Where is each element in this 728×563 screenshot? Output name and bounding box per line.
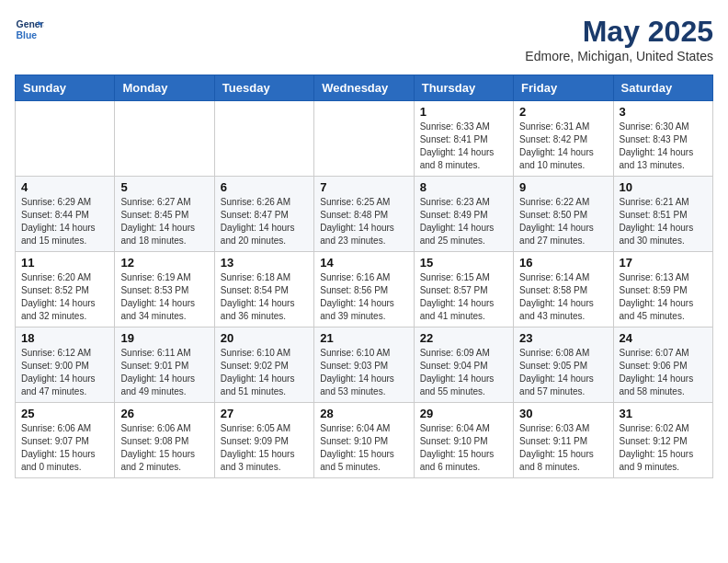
day-info: Sunrise: 6:03 AMSunset: 9:11 PMDaylight:… [519,422,607,474]
day-number: 13 [221,256,308,270]
calendar-week-1: 1Sunrise: 6:33 AMSunset: 8:41 PMDaylight… [16,101,713,177]
day-info: Sunrise: 6:25 AMSunset: 8:48 PMDaylight:… [320,196,407,247]
calendar-cell: 29Sunrise: 6:04 AMSunset: 9:10 PMDayligh… [414,403,513,478]
calendar-cell: 12Sunrise: 6:19 AMSunset: 8:53 PMDayligh… [115,252,214,327]
day-number: 9 [519,180,607,194]
day-number: 12 [120,256,208,270]
day-number: 29 [420,407,507,420]
day-info: Sunrise: 6:31 AMSunset: 8:42 PMDaylight:… [519,121,607,172]
day-header-friday: Friday [514,75,613,101]
calendar-cell: 11Sunrise: 6:20 AMSunset: 8:52 PMDayligh… [16,252,115,327]
calendar-cell: 10Sunrise: 6:21 AMSunset: 8:51 PMDayligh… [613,177,712,252]
calendar-cell: 21Sunrise: 6:10 AMSunset: 9:03 PMDayligh… [314,327,414,403]
calendar-cell: 5Sunrise: 6:27 AMSunset: 8:45 PMDaylight… [115,177,214,252]
location: Edmore, Michigan, United States [525,49,713,63]
day-number: 28 [320,407,407,420]
day-number: 2 [519,105,607,119]
day-info: Sunrise: 6:16 AMSunset: 8:56 PMDaylight:… [320,271,407,323]
calendar-cell: 6Sunrise: 6:26 AMSunset: 8:47 PMDaylight… [214,177,313,252]
title-block: May 2025 Edmore, Michigan, United States [525,15,713,63]
calendar-table: SundayMondayTuesdayWednesdayThursdayFrid… [15,75,713,478]
calendar-cell: 8Sunrise: 6:23 AMSunset: 8:49 PMDaylight… [414,177,513,252]
day-info: Sunrise: 6:04 AMSunset: 9:10 PMDaylight:… [320,422,407,474]
calendar-cell: 4Sunrise: 6:29 AMSunset: 8:44 PMDaylight… [16,177,115,252]
calendar-week-2: 4Sunrise: 6:29 AMSunset: 8:44 PMDaylight… [16,177,713,252]
day-number: 27 [221,407,308,420]
day-number: 19 [120,331,208,345]
calendar-cell: 25Sunrise: 6:06 AMSunset: 9:07 PMDayligh… [16,403,115,478]
day-info: Sunrise: 6:14 AMSunset: 8:58 PMDaylight:… [519,271,607,323]
day-info: Sunrise: 6:22 AMSunset: 8:50 PMDaylight:… [519,196,607,247]
day-number: 3 [620,105,707,119]
calendar-cell [214,101,313,177]
day-info: Sunrise: 6:18 AMSunset: 8:54 PMDaylight:… [221,271,308,323]
day-info: Sunrise: 6:05 AMSunset: 9:09 PMDaylight:… [221,422,308,474]
calendar-cell: 26Sunrise: 6:06 AMSunset: 9:08 PMDayligh… [115,403,214,478]
calendar-cell: 18Sunrise: 6:12 AMSunset: 9:00 PMDayligh… [16,327,115,403]
calendar-cell: 31Sunrise: 6:02 AMSunset: 9:12 PMDayligh… [613,403,712,478]
day-number: 31 [620,407,707,420]
day-info: Sunrise: 6:02 AMSunset: 9:12 PMDaylight:… [620,422,707,474]
day-number: 25 [21,407,108,420]
day-info: Sunrise: 6:33 AMSunset: 8:41 PMDaylight:… [420,121,507,172]
day-info: Sunrise: 6:27 AMSunset: 8:45 PMDaylight:… [120,196,208,247]
day-info: Sunrise: 6:15 AMSunset: 8:57 PMDaylight:… [420,271,507,323]
day-info: Sunrise: 6:06 AMSunset: 9:08 PMDaylight:… [120,422,208,474]
day-info: Sunrise: 6:23 AMSunset: 8:49 PMDaylight:… [420,196,507,247]
calendar-cell: 7Sunrise: 6:25 AMSunset: 8:48 PMDaylight… [314,177,414,252]
day-number: 26 [120,407,208,420]
logo-icon: General Blue [15,15,44,44]
day-number: 24 [620,331,707,345]
logo: General Blue [15,15,44,44]
calendar-cell: 23Sunrise: 6:08 AMSunset: 9:05 PMDayligh… [514,327,613,403]
calendar-cell: 20Sunrise: 6:10 AMSunset: 9:02 PMDayligh… [214,327,313,403]
day-number: 1 [420,105,507,119]
calendar-cell: 13Sunrise: 6:18 AMSunset: 8:54 PMDayligh… [214,252,313,327]
day-header-monday: Monday [115,75,214,101]
calendar-cell [314,101,414,177]
day-info: Sunrise: 6:19 AMSunset: 8:53 PMDaylight:… [120,271,208,323]
day-number: 5 [120,180,208,194]
day-number: 21 [320,331,407,345]
day-info: Sunrise: 6:12 AMSunset: 9:00 PMDaylight:… [21,347,108,398]
calendar-cell [115,101,214,177]
day-header-saturday: Saturday [613,75,712,101]
day-number: 20 [221,331,308,345]
calendar-week-3: 11Sunrise: 6:20 AMSunset: 8:52 PMDayligh… [16,252,713,327]
day-header-sunday: Sunday [16,75,115,101]
day-number: 10 [620,180,707,194]
day-number: 14 [320,256,407,270]
calendar-cell: 3Sunrise: 6:30 AMSunset: 8:43 PMDaylight… [613,101,712,177]
day-number: 16 [519,256,607,270]
calendar-week-4: 18Sunrise: 6:12 AMSunset: 9:00 PMDayligh… [16,327,713,403]
calendar-cell: 19Sunrise: 6:11 AMSunset: 9:01 PMDayligh… [115,327,214,403]
calendar-week-5: 25Sunrise: 6:06 AMSunset: 9:07 PMDayligh… [16,403,713,478]
day-info: Sunrise: 6:10 AMSunset: 9:02 PMDaylight:… [221,347,308,398]
day-number: 18 [21,331,108,345]
day-info: Sunrise: 6:04 AMSunset: 9:10 PMDaylight:… [420,422,507,474]
day-number: 6 [221,180,308,194]
day-info: Sunrise: 6:07 AMSunset: 9:06 PMDaylight:… [620,347,707,398]
day-info: Sunrise: 6:30 AMSunset: 8:43 PMDaylight:… [620,121,707,172]
day-header-thursday: Thursday [414,75,513,101]
day-number: 4 [21,180,108,194]
calendar-cell: 1Sunrise: 6:33 AMSunset: 8:41 PMDaylight… [414,101,513,177]
calendar-cell: 28Sunrise: 6:04 AMSunset: 9:10 PMDayligh… [314,403,414,478]
calendar-cell: 27Sunrise: 6:05 AMSunset: 9:09 PMDayligh… [214,403,313,478]
month-title: May 2025 [525,15,713,49]
calendar-header-row: SundayMondayTuesdayWednesdayThursdayFrid… [16,75,713,101]
calendar-cell: 17Sunrise: 6:13 AMSunset: 8:59 PMDayligh… [613,252,712,327]
day-info: Sunrise: 6:08 AMSunset: 9:05 PMDaylight:… [519,347,607,398]
day-info: Sunrise: 6:11 AMSunset: 9:01 PMDaylight:… [120,347,208,398]
day-number: 15 [420,256,507,270]
day-number: 8 [420,180,507,194]
svg-text:Blue: Blue [17,30,38,40]
calendar-cell [16,101,115,177]
day-info: Sunrise: 6:13 AMSunset: 8:59 PMDaylight:… [620,271,707,323]
day-number: 22 [420,331,507,345]
calendar-cell: 9Sunrise: 6:22 AMSunset: 8:50 PMDaylight… [514,177,613,252]
day-number: 11 [21,256,108,270]
calendar-cell: 30Sunrise: 6:03 AMSunset: 9:11 PMDayligh… [514,403,613,478]
day-info: Sunrise: 6:26 AMSunset: 8:47 PMDaylight:… [221,196,308,247]
calendar-cell: 24Sunrise: 6:07 AMSunset: 9:06 PMDayligh… [613,327,712,403]
